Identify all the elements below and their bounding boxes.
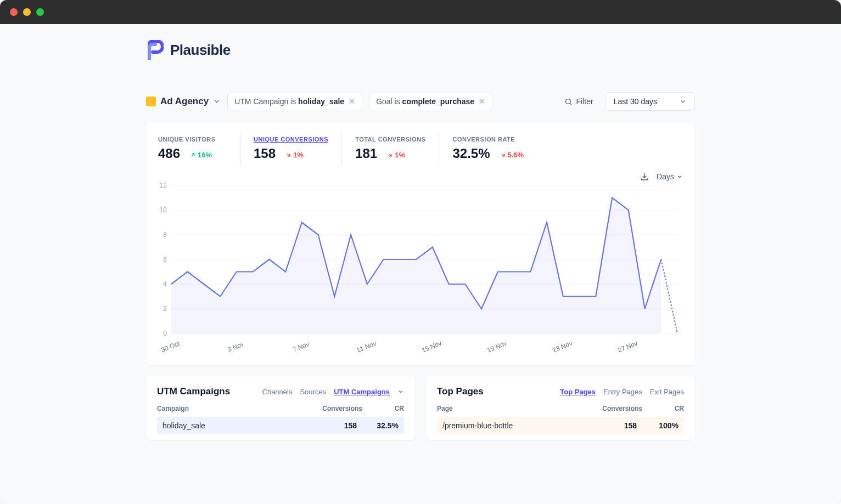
- arrow-up-right-icon: [190, 152, 196, 158]
- stat-value: 181: [355, 146, 377, 161]
- panel-utm-campaigns: UTM Campaigns Channels Sources UTM Campa…: [146, 376, 415, 440]
- filter-pill-goal[interactable]: Goal is complete_purchase ✕: [369, 93, 492, 110]
- chevron-down-icon: [676, 173, 683, 180]
- close-icon[interactable]: ✕: [479, 97, 485, 106]
- svg-text:6: 6: [163, 256, 167, 263]
- svg-text:7 Nov: 7 Nov: [291, 340, 310, 352]
- tab-entry-pages[interactable]: Entry Pages: [603, 388, 642, 396]
- site-name: Ad Agency: [160, 96, 209, 107]
- filter-pill-text: Goal is complete_purchase: [376, 97, 474, 106]
- tab-sources[interactable]: Sources: [300, 388, 326, 396]
- main-chart[interactable]: 02468101230 Oct3 Nov7 Nov11 Nov15 Nov19 …: [158, 182, 683, 352]
- tab-top-pages[interactable]: Top Pages: [560, 388, 596, 396]
- brand-name: Plausible: [170, 42, 231, 59]
- stat-conversion-rate[interactable]: CONVERSION RATE 32.5% 5.6%: [452, 134, 537, 166]
- row-name: /premium-blue-bottle: [442, 421, 513, 430]
- date-range-label: Last 30 days: [614, 97, 657, 106]
- column-conversions: Conversions: [602, 405, 642, 412]
- svg-text:23 Nov: 23 Nov: [551, 339, 573, 352]
- stat-label: TOTAL CONVERSIONS: [355, 136, 425, 143]
- panel-title: UTM Campaigns: [157, 386, 230, 397]
- plausible-logo-icon: [146, 39, 165, 60]
- close-icon[interactable]: ✕: [349, 97, 355, 106]
- window-titlebar: [0, 0, 841, 24]
- table-header: Campaign Conversions CR: [157, 405, 404, 412]
- filter-pill-text: UTM Campaign is holiday_sale: [234, 97, 344, 106]
- filter-pill-utm-campaign[interactable]: UTM Campaign is holiday_sale ✕: [227, 93, 362, 110]
- site-selector[interactable]: Ad Agency: [146, 96, 221, 107]
- panel-tabs: Top Pages Entry Pages Exit Pages: [560, 388, 684, 396]
- svg-text:10: 10: [160, 206, 167, 214]
- panel-top-pages: Top Pages Top Pages Entry Pages Exit Pag…: [426, 376, 695, 440]
- row-cr: 100%: [654, 421, 679, 430]
- stats-row: UNIQUE VISITORS 486 16% UNIQUE CONVERSIO…: [158, 134, 683, 166]
- svg-text:4: 4: [163, 280, 167, 288]
- chevron-down-icon[interactable]: [397, 388, 404, 395]
- column-conversions: Conversions: [322, 405, 362, 412]
- column-name: Campaign: [157, 405, 189, 412]
- filter-button[interactable]: Filter: [559, 93, 598, 110]
- interval-label: Days: [657, 172, 674, 181]
- row-cr: 32.5%: [374, 421, 399, 430]
- column-cr: CR: [660, 405, 684, 412]
- panels-row: UTM Campaigns Channels Sources UTM Campa…: [146, 376, 695, 440]
- close-window-button[interactable]: [10, 8, 18, 16]
- maximize-window-button[interactable]: [36, 8, 44, 16]
- minimize-window-button[interactable]: [23, 8, 31, 16]
- tab-utm-campaigns[interactable]: UTM Campaigns: [334, 388, 390, 396]
- stat-label: CONVERSION RATE: [452, 136, 524, 143]
- download-icon[interactable]: [640, 172, 649, 181]
- arrow-down-right-icon: [387, 152, 393, 158]
- brand-logo[interactable]: Plausible: [146, 39, 695, 60]
- svg-text:30 Oct: 30 Oct: [160, 339, 181, 352]
- svg-text:11 Nov: 11 Nov: [355, 339, 377, 352]
- column-name: Page: [437, 405, 453, 412]
- table-header: Page Conversions CR: [437, 405, 684, 412]
- svg-line-2: [192, 154, 194, 156]
- app-content: Plausible Ad Agency UTM Campaign is holi…: [0, 24, 841, 504]
- row-name: holiday_sale: [162, 421, 205, 430]
- svg-text:27 Nov: 27 Nov: [616, 339, 638, 352]
- stat-change: 16%: [190, 151, 212, 159]
- stat-value: 32.5%: [452, 146, 490, 161]
- search-icon: [564, 98, 573, 106]
- main-stats-card: UNIQUE VISITORS 486 16% UNIQUE CONVERSIO…: [146, 123, 695, 365]
- stat-change: 5.6%: [500, 151, 524, 159]
- filter-button-label: Filter: [576, 97, 593, 106]
- tab-exit-pages[interactable]: Exit Pages: [650, 388, 684, 396]
- arrow-down-right-icon: [500, 152, 506, 158]
- app-window: Plausible Ad Agency UTM Campaign is holi…: [0, 0, 841, 504]
- table-row[interactable]: /premium-blue-bottle 158 100%: [437, 417, 684, 434]
- svg-text:12: 12: [160, 182, 167, 189]
- svg-line-1: [570, 103, 572, 105]
- svg-text:15 Nov: 15 Nov: [420, 339, 442, 352]
- stat-unique-conversions[interactable]: UNIQUE CONVERSIONS 158 1%: [254, 134, 342, 166]
- column-cr: CR: [380, 405, 404, 412]
- panel-title: Top Pages: [437, 386, 484, 397]
- row-conversions: 158: [333, 421, 357, 430]
- svg-text:19 Nov: 19 Nov: [486, 339, 508, 352]
- table-row[interactable]: holiday_sale 158 32.5%: [157, 417, 404, 434]
- interval-selector[interactable]: Days: [657, 172, 683, 181]
- svg-point-0: [566, 99, 571, 104]
- date-range-selector[interactable]: Last 30 days: [605, 92, 695, 111]
- svg-text:2: 2: [163, 305, 167, 313]
- svg-text:8: 8: [163, 231, 167, 239]
- controls-row: Ad Agency UTM Campaign is holiday_sale ✕…: [146, 92, 695, 111]
- row-conversions: 158: [613, 421, 637, 430]
- tab-channels[interactable]: Channels: [262, 388, 293, 396]
- svg-text:0: 0: [163, 330, 167, 337]
- stat-change: 1%: [285, 151, 304, 159]
- stat-value: 486: [158, 146, 180, 161]
- stat-total-conversions[interactable]: TOTAL CONVERSIONS 181 1%: [355, 134, 439, 166]
- chevron-down-icon: [679, 98, 687, 105]
- stat-change: 1%: [387, 151, 405, 159]
- stat-value: 158: [254, 146, 276, 161]
- svg-text:3 Nov: 3 Nov: [226, 340, 245, 352]
- stat-label: UNIQUE CONVERSIONS: [254, 136, 328, 143]
- stat-unique-visitors[interactable]: UNIQUE VISITORS 486 16%: [158, 134, 240, 166]
- arrow-down-right-icon: [285, 152, 291, 158]
- stat-label: UNIQUE VISITORS: [158, 136, 227, 143]
- panel-tabs: Channels Sources UTM Campaigns: [262, 388, 404, 396]
- chart-controls: Days: [158, 172, 683, 181]
